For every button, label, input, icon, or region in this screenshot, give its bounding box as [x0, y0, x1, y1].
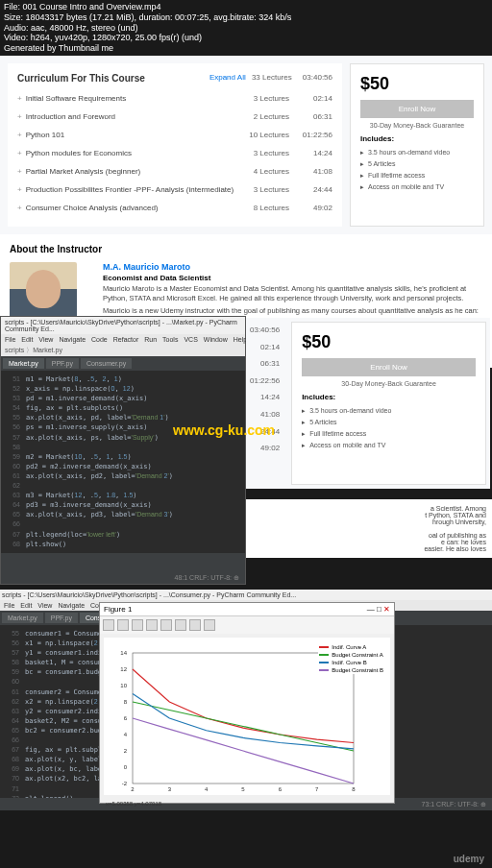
- pan-icon[interactable]: [146, 619, 158, 631]
- svg-text:10: 10: [120, 683, 127, 688]
- menu-item[interactable]: Edit: [20, 602, 32, 609]
- lecture-row[interactable]: +Python modules for Economics3 Lectures1…: [17, 144, 332, 162]
- expand-icon[interactable]: +: [17, 204, 22, 212]
- plot-coords: x=5.00358 y=4.07018: [100, 799, 394, 808]
- file-size: Size: 18043317 bytes (17.21 MiB), durati…: [4, 12, 488, 23]
- svg-text:4: 4: [205, 786, 209, 792]
- include-item: ▸3.5 hours on-demand video: [302, 405, 476, 417]
- menu-item[interactable]: View: [37, 602, 52, 609]
- matplotlib-figure-window[interactable]: Figure 1 — □ ✕ 2345678-202468101214 Indi…: [99, 602, 395, 804]
- svg-text:4: 4: [124, 732, 128, 737]
- menu-item[interactable]: Edit: [21, 336, 33, 343]
- editor-tab[interactable]: PPF.py: [46, 358, 79, 369]
- menu-item[interactable]: File: [4, 602, 14, 609]
- udemy-logo: udemy: [454, 854, 484, 864]
- menu-item[interactable]: Refactor: [113, 336, 138, 343]
- include-item: ▸5 Articles: [360, 158, 474, 170]
- total-lectures: 33 Lectures: [252, 73, 292, 82]
- guarantee-text: 30-Day Money-Back Guarantee: [360, 122, 474, 129]
- total-duration: 03:40:56: [303, 73, 332, 82]
- price-2: $50: [302, 332, 476, 352]
- lecture-row[interactable]: +Consumer Choice Analysis (advanced)8 Le…: [17, 199, 332, 217]
- minimize-icon[interactable]: —: [367, 605, 375, 614]
- save-icon[interactable]: [204, 619, 215, 631]
- menu-item[interactable]: View: [38, 336, 53, 343]
- lecture-row[interactable]: +Initial Software Requirements3 Lectures…: [17, 89, 332, 108]
- udemy-page-middle: 03:40:5602:1406:3101:22:5614:2441:0824:4…: [246, 318, 490, 489]
- lecture-row[interactable]: +Production Possibilites Frontier -PPF- …: [17, 181, 332, 199]
- bullet-icon: ▸: [302, 419, 306, 426]
- curriculum-panel: Curriculum For This Course Expand All 33…: [8, 63, 342, 227]
- legend: Indif. Curve ABudget Constraint AIndif. …: [318, 643, 384, 674]
- expand-icon[interactable]: +: [17, 112, 22, 121]
- lecture-row[interactable]: +Introduction and Foreword2 Lectures06:3…: [17, 108, 332, 126]
- editor-tab[interactable]: PPF.py: [45, 613, 78, 623]
- code-editor-1[interactable]: 51m1 = Market(8, .5, 2, 1) 52x_axis = np…: [1, 371, 245, 553]
- enroll-button[interactable]: Enroll Now: [360, 100, 474, 118]
- figure-title: Figure 1: [104, 605, 132, 614]
- expand-icon[interactable]: +: [17, 185, 22, 194]
- instructor-bio-1: Mauricio Maroto is a Master Economist an…: [103, 284, 482, 303]
- svg-text:6: 6: [279, 786, 283, 792]
- bullet-icon: ▸: [360, 172, 364, 180]
- include-item: ▸Access on mobile and TV: [302, 440, 476, 451]
- bullet-icon: ▸: [360, 149, 364, 157]
- svg-text:14: 14: [120, 650, 127, 656]
- file-audio: Audio: aac, 48000 Hz, stereo (und): [4, 23, 488, 34]
- plot-toolbar[interactable]: [100, 616, 394, 634]
- bullet-icon: ▸: [302, 407, 306, 415]
- expand-icon[interactable]: +: [17, 149, 22, 157]
- pycharm-window-1[interactable]: scripts - [C:\Users\Mauricio\SkyDrive\Py…: [0, 316, 246, 585]
- maximize-icon[interactable]: □: [377, 605, 381, 614]
- lecture-row[interactable]: +Partial Market Analysis (beginner)4 Lec…: [17, 162, 332, 181]
- home-icon[interactable]: [103, 619, 114, 631]
- menu-item[interactable]: VCS: [184, 336, 197, 343]
- editor-tab[interactable]: Market.py: [2, 613, 43, 623]
- file-gen: Generated by Thumbnail me: [4, 43, 488, 54]
- file-name: File: 001 Course Intro and Overview.mp4: [4, 2, 488, 12]
- expand-icon[interactable]: +: [17, 94, 22, 103]
- ide-menubar[interactable]: FileEditViewNavigateCodeRefactorRunTools…: [1, 334, 245, 345]
- price: $50: [360, 74, 474, 94]
- includes-title-2: Includes:: [302, 393, 476, 401]
- menu-item[interactable]: Run: [144, 336, 157, 343]
- file-info-overlay: File: 001 Course Intro and Overview.mp4 …: [0, 0, 492, 56]
- times-column: 03:40:5602:1406:3101:22:5614:2441:0824:4…: [250, 322, 287, 485]
- instructor-name[interactable]: M.A. Mauricio Maroto: [103, 262, 482, 272]
- svg-text:12: 12: [120, 666, 127, 672]
- menu-item[interactable]: Tools: [162, 336, 178, 343]
- editor-tabs[interactable]: Market.pyPPF.pyConsumer.py: [1, 356, 245, 371]
- close-icon[interactable]: ✕: [383, 605, 390, 614]
- include-item: ▸Access on mobile and TV: [360, 181, 474, 193]
- back-icon[interactable]: [117, 619, 129, 631]
- expand-icon[interactable]: +: [17, 167, 22, 176]
- menu-item[interactable]: Window: [204, 336, 228, 343]
- purchase-sidebar-2: $50 Enroll Now 30-Day Money-Back Guarant…: [291, 322, 486, 485]
- bullet-icon: ▸: [302, 430, 306, 438]
- editor-tab[interactable]: Market.py: [3, 358, 44, 369]
- enroll-button-2[interactable]: Enroll Now: [302, 358, 476, 376]
- curriculum-title: Curriculum For This Course: [17, 73, 145, 84]
- udemy-page-top: Curriculum For This Course Expand All 33…: [0, 56, 492, 234]
- menu-item[interactable]: Code: [91, 336, 108, 343]
- file-video: Video: h264, yuv420p, 1280x720, 25.00 fp…: [4, 33, 488, 43]
- tight-icon[interactable]: [189, 619, 201, 631]
- zoom-icon[interactable]: [160, 619, 172, 631]
- menu-item[interactable]: Help: [234, 336, 247, 343]
- editor-tab[interactable]: Consumer.py: [81, 358, 132, 369]
- menu-item[interactable]: Navigate: [58, 602, 85, 609]
- forward-icon[interactable]: [132, 619, 143, 631]
- config-icon[interactable]: [175, 619, 186, 631]
- ide-breadcrumb[interactable]: scripts 〉Market.py: [1, 345, 245, 356]
- svg-text:5: 5: [241, 786, 245, 792]
- menu-item[interactable]: File: [5, 336, 15, 343]
- ide-titlebar: scripts - [C:\Users\Mauricio\SkyDrive\Py…: [1, 317, 245, 334]
- plot-canvas[interactable]: 2345678-202468101214 Indif. Curve ABudge…: [104, 638, 390, 795]
- expand-icon[interactable]: +: [17, 131, 22, 139]
- svg-text:8: 8: [352, 786, 356, 792]
- expand-all-link[interactable]: Expand All: [209, 73, 246, 82]
- lecture-row[interactable]: +Python 10110 Lectures01:22:56: [17, 126, 332, 144]
- menu-item[interactable]: Navigate: [59, 336, 86, 343]
- svg-text:6: 6: [124, 715, 128, 721]
- include-item: ▸Full lifetime access: [302, 428, 476, 440]
